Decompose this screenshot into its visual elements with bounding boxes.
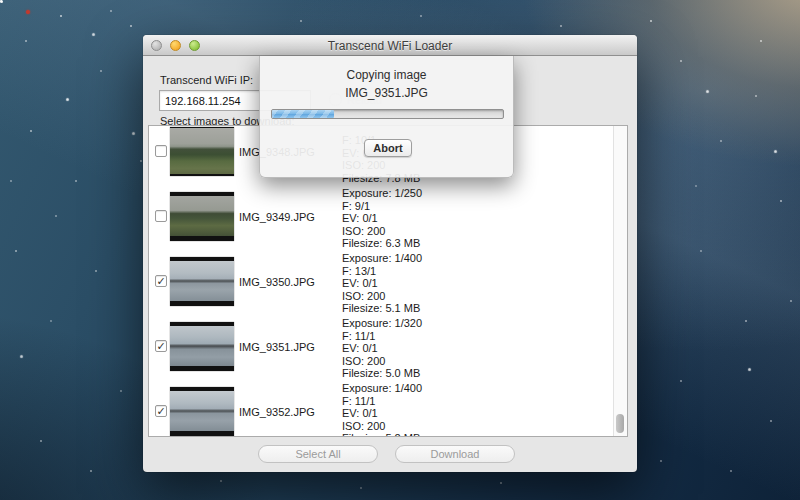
image-thumbnail	[170, 322, 234, 371]
metadata-line: F: 11/1	[342, 330, 422, 343]
scrollbar-thumb[interactable]	[616, 414, 624, 433]
metadata-line: ISO: 200	[342, 355, 422, 368]
progress-bar	[271, 109, 504, 119]
image-thumbnail	[170, 127, 234, 176]
metadata-line: F: 11/1	[342, 395, 422, 408]
metadata-line: F: 9/1	[342, 200, 422, 213]
app-window: Transcend WiFi Loader Transcend WiFi IP:…	[143, 35, 637, 472]
ip-label: Transcend WiFi IP:	[160, 74, 253, 86]
scrollbar-track[interactable]	[613, 126, 627, 436]
thumbnail-picture	[170, 326, 234, 366]
image-filename: IMG_9351.JPG	[239, 341, 315, 353]
image-row: ✓ IMG_9352.JPG Exposure: 1/400F: 11/1EV:…	[149, 379, 613, 437]
select-all-button[interactable]: Select All	[258, 445, 378, 463]
image-filename: IMG_9349.JPG	[239, 211, 315, 223]
image-thumbnail	[170, 387, 234, 436]
image-filename: IMG_9350.JPG	[239, 276, 315, 288]
image-filename: IMG_9352.JPG	[239, 406, 315, 418]
image-checkbox[interactable]	[155, 210, 167, 222]
abort-button[interactable]: Abort	[364, 139, 412, 157]
thumbnail-picture	[170, 391, 234, 431]
image-thumbnail	[170, 192, 234, 241]
image-checkbox[interactable]: ✓	[155, 405, 167, 417]
image-thumbnail	[170, 257, 234, 306]
thumbnail-picture	[170, 128, 234, 174]
red-star-dot	[26, 10, 30, 14]
image-metadata: Exposure: 1/400F: 11/1EV: 0/1ISO: 200Fil…	[342, 382, 422, 437]
metadata-line: EV: 0/1	[342, 407, 422, 420]
metadata-line: F: 13/1	[342, 265, 422, 278]
metadata-line: ISO: 200	[342, 225, 422, 238]
image-row: ✓ IMG_9351.JPG Exposure: 1/320F: 11/1EV:…	[149, 314, 613, 379]
image-metadata: Exposure: 1/320F: 11/1EV: 0/1ISO: 200Fil…	[342, 317, 422, 380]
metadata-line: EV: 0/1	[342, 342, 422, 355]
metadata-line: Exposure: 1/250	[342, 187, 422, 200]
image-row: ✓ IMG_9350.JPG Exposure: 1/400F: 13/1EV:…	[149, 249, 613, 314]
download-button[interactable]: Download	[395, 445, 515, 463]
image-checkbox[interactable]: ✓	[155, 275, 167, 287]
metadata-line: ISO: 200	[342, 290, 422, 303]
image-checkbox[interactable]	[155, 145, 167, 157]
image-row: IMG_9349.JPG Exposure: 1/250F: 9/1EV: 0/…	[149, 184, 613, 249]
metadata-line: Exposure: 1/320	[342, 317, 422, 330]
starfield-bright	[0, 0, 3, 3]
thumbnail-picture	[170, 196, 234, 236]
title-bar[interactable]: Transcend WiFi Loader	[143, 35, 637, 56]
desktop-wallpaper: Transcend WiFi Loader Transcend WiFi IP:…	[0, 0, 800, 500]
image-checkbox[interactable]: ✓	[155, 340, 167, 352]
image-metadata: Exposure: 1/250F: 9/1EV: 0/1ISO: 200File…	[342, 187, 422, 250]
metadata-line: ISO: 200	[342, 420, 422, 433]
thumbnail-picture	[170, 261, 234, 301]
metadata-line: EV: 0/1	[342, 212, 422, 225]
image-metadata: Exposure: 1/400F: 13/1EV: 0/1ISO: 200Fil…	[342, 252, 422, 315]
metadata-line: Exposure: 1/400	[342, 382, 422, 395]
copy-progress-sheet: Copying image IMG_9351.JPG Abort	[259, 56, 514, 178]
progress-fill	[272, 110, 334, 118]
window-title: Transcend WiFi Loader	[143, 39, 637, 53]
metadata-line: Filesize: 5.2 MB	[342, 432, 422, 437]
sheet-filename: IMG_9351.JPG	[260, 86, 513, 100]
metadata-line: EV: 0/1	[342, 277, 422, 290]
metadata-line: Exposure: 1/400	[342, 252, 422, 265]
sheet-title: Copying image	[260, 68, 513, 82]
